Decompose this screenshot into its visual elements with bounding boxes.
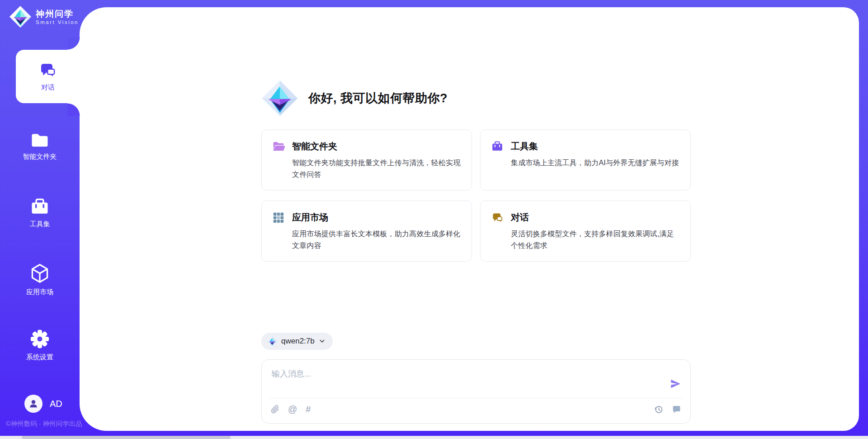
model-name: qwen2:7b — [281, 337, 315, 346]
model-gem-icon — [267, 336, 277, 346]
card-smart-folder[interactable]: 智能文件夹 智能文件夹功能支持批量文件上传与清洗，轻松实现文件问答 — [261, 129, 472, 191]
sidebar-item-app-market[interactable]: 应用市场 — [0, 263, 80, 296]
card-app-market[interactable]: 应用市场 应用市场提供丰富长文本模板，助力高效生成多样化文章内容 — [261, 200, 472, 262]
topic-button[interactable]: # — [306, 404, 311, 415]
brand-gem-icon — [9, 5, 32, 28]
model-selector[interactable]: qwen2:7b — [261, 333, 333, 350]
card-title: 工具集 — [511, 140, 679, 153]
greeting-title: 你好, 我可以如何帮助你? — [308, 90, 448, 106]
chat-history-button[interactable] — [672, 405, 681, 414]
greeting-block: 你好, 我可以如何帮助你? — [261, 80, 691, 117]
cube-icon — [30, 263, 50, 284]
at-icon: @ — [288, 404, 297, 415]
history-button[interactable] — [654, 405, 663, 414]
feature-cards: 智能文件夹 智能文件夹功能支持批量文件上传与清洗，轻松实现文件问答 工具集 集成… — [261, 129, 691, 262]
paperclip-icon — [271, 405, 279, 414]
person-icon — [28, 399, 38, 409]
sidebar-item-chat[interactable]: 对话 — [16, 50, 80, 103]
card-chat[interactable]: 对话 灵活切换多模型文件，支持多样回复效果调试,满足个性化需求 — [480, 200, 691, 262]
card-toolbox[interactable]: 工具集 集成市场上主流工具，助力AI与外界无缝扩展与对接 — [480, 129, 691, 191]
message-input[interactable] — [262, 360, 690, 386]
folder-icon — [30, 132, 49, 148]
user-name: AD — [50, 399, 62, 409]
gear-icon — [30, 329, 50, 349]
tab-fillet-bottom — [67, 103, 80, 116]
avatar — [24, 395, 42, 413]
scrollbar-thumb[interactable] — [22, 436, 231, 439]
card-title: 对话 — [511, 211, 679, 224]
sidebar-item-smart-folder[interactable]: 智能文件夹 — [0, 132, 80, 161]
grid-icon — [273, 212, 284, 224]
card-title: 应用市场 — [292, 211, 461, 224]
chevron-down-icon — [319, 338, 326, 344]
message-composer: @ # — [261, 359, 691, 424]
sidebar-item-label: 工具集 — [30, 220, 50, 229]
sidebar-item-label: 对话 — [41, 83, 55, 92]
sidebar-item-label: 应用市场 — [26, 288, 53, 296]
sidebar-item-toolbox[interactable]: 工具集 — [0, 198, 80, 229]
chat-bubbles-icon — [491, 212, 504, 224]
card-title: 智能文件夹 — [292, 140, 461, 153]
user-account[interactable]: AD — [24, 395, 62, 413]
brand-name: 神州问学 — [36, 9, 79, 19]
tab-fillet-top — [67, 37, 80, 50]
assistant-gem-icon — [261, 80, 298, 117]
briefcase-icon — [491, 141, 503, 152]
brand-subtitle: Smart Vision — [36, 19, 79, 25]
card-description: 应用市场提供丰富长文本模板，助力高效生成多样化文章内容 — [292, 228, 461, 252]
attach-button[interactable] — [271, 405, 279, 414]
horizontal-scrollbar — [0, 436, 868, 439]
app-logo[interactable]: 神州问学 Smart Vision — [9, 5, 79, 28]
chat-bubble-icon — [672, 405, 681, 414]
card-description: 灵活切换多模型文件，支持多样回复效果调试,满足个性化需求 — [511, 228, 679, 252]
mention-button[interactable]: @ — [288, 404, 297, 415]
sidebar-item-label: 系统设置 — [26, 353, 53, 362]
card-description: 集成市场上主流工具，助力AI与外界无缝扩展与对接 — [511, 157, 679, 169]
send-button[interactable] — [670, 378, 681, 391]
main-content: 你好, 我可以如何帮助你? 智能文件夹 智能文件夹功能支持批量文件上传与清洗，轻… — [80, 7, 859, 431]
composer-toolbar: @ # — [269, 398, 683, 420]
sidebar-item-label: 智能文件夹 — [23, 153, 57, 161]
sidebar-item-settings[interactable]: 系统设置 — [0, 329, 80, 362]
hash-icon: # — [306, 404, 311, 415]
history-clock-icon — [654, 405, 663, 414]
send-icon — [670, 378, 681, 390]
copyright-footer: ©神州数码 · 神州问学出品 — [6, 420, 82, 428]
chat-bubbles-icon — [39, 62, 57, 80]
toolbox-icon — [30, 198, 49, 216]
card-description: 智能文件夹功能支持批量文件上传与清洗，轻松实现文件问答 — [292, 157, 461, 181]
folder-open-icon — [273, 141, 285, 152]
